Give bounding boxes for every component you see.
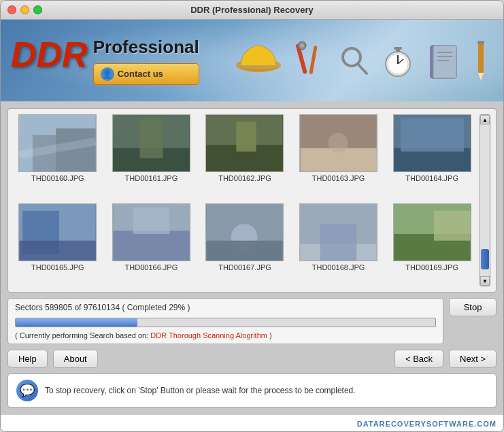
- image-label-THD00161: THD00161.JPG: [125, 174, 178, 182]
- gallery-item-THD00169[interactable]: THD00169.JPG: [388, 203, 476, 287]
- maximize-button[interactable]: [33, 5, 42, 14]
- image-label-THD00166: THD00166.JPG: [125, 263, 178, 271]
- gallery-item-THD00164[interactable]: THD00164.JPG: [388, 114, 476, 198]
- thumbnail-THD00161[interactable]: [112, 114, 190, 172]
- gallery-item-THD00160[interactable]: THD00160.JPG: [14, 114, 102, 198]
- thumbnail-THD00166[interactable]: [112, 203, 190, 261]
- progress-sectors-text: Sectors 589805 of 97610134 ( Completed 2…: [15, 303, 436, 312]
- info-message: To stop recovery, click on 'Stop' Button…: [45, 386, 356, 395]
- main-content: THD00160.JPG THD00161.JPG THD00162.JPG T…: [1, 101, 503, 414]
- gallery-item-THD00168[interactable]: THD00168.JPG: [295, 203, 383, 287]
- svg-marker-20: [478, 73, 484, 81]
- svg-rect-52: [434, 210, 471, 240]
- stop-button[interactable]: Stop: [449, 298, 497, 316]
- progress-section: Sectors 589805 of 97610134 ( Completed 2…: [7, 298, 497, 344]
- svg-line-7: [358, 64, 367, 73]
- svg-rect-21: [477, 41, 484, 44]
- svg-rect-46: [207, 240, 283, 260]
- svg-rect-37: [401, 118, 464, 152]
- svg-rect-36: [394, 148, 470, 171]
- about-button[interactable]: About: [53, 350, 98, 368]
- scroll-up-button[interactable]: ▲: [480, 115, 490, 124]
- svg-rect-13: [394, 47, 402, 50]
- book-icon: [425, 40, 463, 81]
- scroll-track: [480, 124, 490, 276]
- gallery-item-THD00166[interactable]: THD00166.JPG: [107, 203, 196, 287]
- app-logo: DDR Professional 👤 Contact us: [11, 37, 199, 85]
- footer: DATARECOVERYSOFTWARE.COM: [1, 414, 503, 431]
- image-label-THD00160: THD00160.JPG: [31, 174, 84, 182]
- svg-point-34: [328, 133, 348, 152]
- image-label-THD00164: THD00164.JPG: [405, 174, 458, 182]
- svg-rect-40: [20, 240, 96, 260]
- scroll-down-button[interactable]: ▼: [480, 276, 490, 286]
- svg-rect-49: [320, 224, 357, 261]
- gallery-item-THD00161[interactable]: THD00161.JPG: [107, 114, 196, 198]
- professional-section: Professional 👤 Contact us: [93, 37, 199, 85]
- window-title: DDR (Professional) Recovery: [190, 5, 314, 15]
- tools-icon: [292, 40, 326, 81]
- svg-rect-28: [139, 118, 163, 159]
- thumbnail-THD00169[interactable]: [393, 203, 471, 261]
- image-label-THD00168: THD00168.JPG: [312, 263, 365, 271]
- progress-bar-container: [15, 318, 436, 327]
- pen-icon: [473, 39, 490, 83]
- svg-rect-31: [237, 122, 256, 152]
- gallery-item-THD00165[interactable]: THD00165.JPG: [14, 203, 102, 287]
- gallery-grid: THD00160.JPG THD00161.JPG THD00162.JPG T…: [14, 114, 476, 286]
- ddr-text: DDR: [11, 37, 88, 72]
- thumbnail-THD00163[interactable]: [299, 114, 377, 172]
- back-button[interactable]: < Back: [394, 350, 443, 368]
- svg-rect-19: [478, 42, 484, 73]
- thumbnail-THD00162[interactable]: [205, 114, 284, 172]
- bottom-navigation: Help About < Back Next >: [7, 350, 497, 368]
- image-label-THD00169: THD00169.JPG: [405, 263, 458, 271]
- gallery-container: THD00160.JPG THD00161.JPG THD00162.JPG T…: [7, 108, 497, 293]
- thumbnail-THD00167[interactable]: [205, 203, 284, 261]
- scroll-thumb[interactable]: [481, 249, 489, 269]
- gallery-item-THD00162[interactable]: THD00162.JPG: [201, 114, 289, 198]
- info-icon: 💬: [16, 380, 38, 401]
- image-label-THD00165: THD00165.JPG: [31, 263, 84, 271]
- close-button[interactable]: [7, 5, 16, 14]
- stopwatch-icon: [381, 40, 415, 81]
- next-button[interactable]: Next >: [449, 350, 497, 368]
- gallery-item-THD00163[interactable]: THD00163.JPG: [295, 114, 383, 198]
- window-buttons: [7, 5, 42, 14]
- contact-button[interactable]: 👤 Contact us: [93, 63, 199, 85]
- header-tools: [235, 37, 490, 84]
- magnifier-icon: [337, 44, 371, 78]
- progress-area: Sectors 589805 of 97610134 ( Completed 2…: [7, 298, 443, 344]
- svg-rect-2: [309, 46, 317, 74]
- progress-status: ( Currently performing Search based on: …: [15, 331, 436, 339]
- gallery-scrollbar[interactable]: ▲ ▼: [480, 114, 490, 286]
- image-label-THD00163: THD00163.JPG: [312, 174, 365, 182]
- thumbnail-THD00168[interactable]: [299, 203, 377, 261]
- help-button[interactable]: Help: [7, 350, 48, 368]
- svg-rect-15: [433, 46, 456, 78]
- thumbnail-THD00165[interactable]: [18, 203, 97, 261]
- info-box: 💬 To stop recovery, click on 'Stop' Butt…: [7, 373, 497, 408]
- minimize-button[interactable]: [20, 5, 29, 14]
- svg-point-6: [345, 50, 358, 64]
- titlebar: DDR (Professional) Recovery: [1, 1, 503, 20]
- svg-rect-42: [113, 231, 189, 261]
- image-label-THD00167: THD00167.JPG: [218, 263, 271, 271]
- svg-point-4: [300, 44, 304, 48]
- thumbnail-THD00160[interactable]: [18, 114, 97, 172]
- progress-bar-fill: [16, 318, 137, 327]
- main-window: DDR (Professional) Recovery DDR Professi…: [0, 0, 504, 432]
- gallery-item-THD00167[interactable]: THD00167.JPG: [201, 203, 289, 287]
- helmet-icon: [235, 37, 282, 84]
- footer-text: DATARECOVERYSOFTWARE.COM: [357, 420, 497, 428]
- header-banner: DDR Professional 👤 Contact us: [1, 20, 503, 101]
- thumbnail-THD00164[interactable]: [393, 114, 471, 172]
- svg-rect-43: [133, 207, 170, 233]
- image-label-THD00162: THD00162.JPG: [218, 174, 271, 182]
- contact-icon: 👤: [101, 67, 114, 81]
